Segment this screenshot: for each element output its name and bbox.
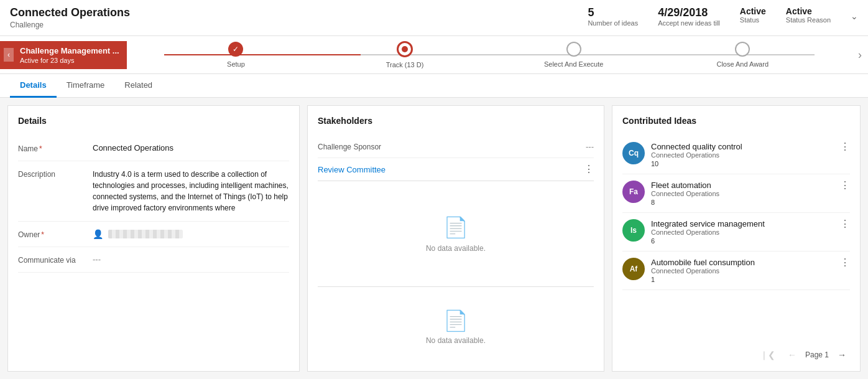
person-icon: 👤 — [93, 229, 103, 239]
no-data-label-1: No data available. — [426, 244, 486, 253]
progress-area: ‹ Challenge Management ... Active for 23… — [0, 36, 868, 74]
idea-item-1: Fa Fleet automation Connected Operations… — [622, 174, 850, 213]
chevron-down-icon[interactable]: ⌄ — [851, 11, 858, 21]
stakeholders-panel: Stakeholders Challenge Sponsor --- Revie… — [307, 105, 604, 372]
idea-name-0: Connected quality control — [651, 142, 834, 151]
status-value: Active — [740, 6, 766, 16]
idea-info-2: Integrated service management Connected … — [651, 219, 834, 245]
badge-sub: Active for 23 days — [20, 57, 119, 64]
header-left: Connected Operations Challenge — [10, 6, 588, 29]
details-panel: Details Name* Connected Operations Descr… — [7, 105, 300, 372]
idea-name-3: Automobile fuel consumption — [651, 258, 834, 267]
step-close[interactable]: Close And Award — [658, 42, 827, 68]
tab-timeframe[interactable]: Timeframe — [57, 74, 115, 98]
idea-info-1: Fleet automation Connected Operations 8 — [651, 181, 834, 206]
field-description-label: Description — [18, 169, 93, 214]
ideas-panel: Contributed Ideas Cq Connected quality c… — [612, 105, 861, 372]
next-page-button[interactable]: → — [834, 349, 850, 361]
field-communicate-row: Communicate via --- — [18, 247, 289, 273]
step-circle-select — [566, 42, 581, 57]
prev-page-button[interactable]: ← — [784, 349, 800, 361]
date-label: Accept new ideas till — [658, 19, 720, 27]
idea-menu-icon-2[interactable]: ⋮ — [840, 219, 850, 229]
main-content: Details Name* Connected Operations Descr… — [0, 98, 868, 379]
page-label: Page 1 — [805, 350, 829, 359]
status-reason-field: Active Status Reason — [786, 6, 831, 24]
idea-menu-icon-1[interactable]: ⋮ — [840, 181, 850, 190]
first-page-button[interactable]: ❘❮ — [757, 349, 779, 361]
sponsor-label: Challenge Sponsor — [318, 143, 381, 151]
name-required-mark: * — [39, 144, 42, 153]
step-label-track: Track (13 D) — [386, 61, 424, 68]
field-description-value: Industry 4.0 is a term used to describe … — [93, 169, 289, 214]
idea-avatar-1: Fa — [622, 181, 645, 203]
field-description-row: Description Industry 4.0 is a term used … — [18, 161, 289, 222]
idea-menu-icon-0[interactable]: ⋮ — [840, 142, 850, 152]
doc-icon-2: 📄 — [443, 309, 468, 332]
idea-item-2: Is Integrated service management Connect… — [622, 213, 850, 252]
tab-related[interactable]: Related — [114, 74, 162, 98]
owner-row: 👤 — [93, 229, 289, 239]
status-reason-label: Status Reason — [786, 16, 831, 24]
committee-no-data: 📄 No data available. — [318, 181, 594, 286]
field-communicate-label: Communicate via — [18, 255, 93, 265]
sponsor-row: Challenge Sponsor --- — [318, 136, 594, 158]
challenge-badge[interactable]: ‹ Challenge Management ... Active for 23… — [0, 41, 127, 69]
page-subtitle: Challenge — [10, 21, 588, 29]
step-track[interactable]: Track (13 D) — [320, 41, 489, 68]
page-title: Connected Operations — [10, 6, 588, 19]
pagination-row: ❘❮ ← Page 1 → — [622, 341, 850, 361]
badge-title: Challenge Management ... — [20, 46, 119, 55]
idea-info-3: Automobile fuel consumption Connected Op… — [651, 258, 834, 283]
idea-avatar-0: Cq — [622, 142, 645, 164]
idea-org-1: Connected Operations — [651, 190, 834, 197]
field-name-row: Name* Connected Operations — [18, 136, 289, 161]
ideas-count-label: Number of ideas — [588, 19, 638, 27]
idea-item-0: Cq Connected quality control Connected O… — [622, 136, 850, 174]
committee-row: Review Committee ⋮ — [318, 158, 594, 181]
step-label-setup: Setup — [227, 60, 245, 68]
field-communicate-value: --- — [93, 255, 289, 265]
tab-details[interactable]: Details — [10, 74, 57, 98]
committee-menu-icon[interactable]: ⋮ — [584, 164, 594, 174]
field-name-value: Connected Operations — [93, 143, 289, 153]
idea-avatar-2: Is — [622, 219, 645, 242]
idea-count-1: 8 — [651, 199, 834, 206]
idea-name-1: Fleet automation — [651, 181, 834, 190]
owner-name-blurred — [108, 230, 183, 238]
idea-info-0: Connected quality control Connected Oper… — [651, 142, 834, 167]
prev-challenge-button[interactable]: ‹ — [4, 48, 14, 62]
committee-label: Review Committee — [318, 165, 386, 174]
header-right: 5 Number of ideas 4/29/2018 Accept new i… — [588, 6, 858, 27]
idea-name-2: Integrated service management — [651, 219, 834, 228]
ideas-title: Contributed Ideas — [622, 116, 850, 126]
idea-org-0: Connected Operations — [651, 151, 834, 159]
step-circle-track — [397, 41, 413, 57]
idea-item-3: Af Automobile fuel consumption Connected… — [622, 252, 850, 290]
owner-required-mark: * — [41, 230, 44, 239]
stakeholders-title: Stakeholders — [318, 116, 594, 126]
idea-count-0: 10 — [651, 160, 834, 167]
details-panel-title: Details — [18, 116, 289, 126]
step-setup[interactable]: ✓ Setup — [152, 42, 321, 68]
ideas-count-value: 5 — [588, 6, 594, 19]
date-value: 4/29/2018 — [658, 6, 708, 19]
step-label-close: Close And Award — [716, 60, 769, 68]
idea-org-3: Connected Operations — [651, 267, 834, 275]
status-label: Status — [740, 16, 759, 24]
page-header: Connected Operations Challenge 5 Number … — [0, 0, 868, 36]
idea-count-3: 1 — [651, 276, 834, 283]
field-owner-row: Owner* 👤 — [18, 222, 289, 247]
status-reason-value: Active — [786, 6, 812, 16]
step-circle-close — [735, 42, 750, 57]
tab-bar: Details Timeframe Related — [0, 74, 868, 98]
field-owner-value: 👤 — [93, 229, 289, 239]
idea-avatar-3: Af — [622, 258, 645, 280]
no-data-label-2: No data available. — [426, 336, 486, 345]
next-step-button[interactable]: › — [852, 49, 868, 62]
idea-count-2: 6 — [651, 237, 834, 245]
idea-menu-icon-3[interactable]: ⋮ — [840, 258, 850, 268]
step-select[interactable]: Select And Execute — [489, 42, 658, 68]
idea-org-2: Connected Operations — [651, 228, 834, 236]
field-name-label: Name* — [18, 143, 93, 153]
